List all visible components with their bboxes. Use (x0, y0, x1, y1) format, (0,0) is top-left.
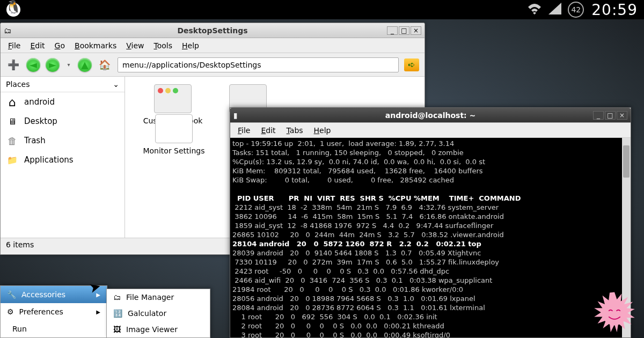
menu-tools[interactable]: Tools (153, 41, 172, 50)
scrollbar-thumb[interactable] (623, 145, 630, 178)
fm-menubar: File Edit Go Bookmarks View Tools Help (1, 38, 425, 53)
top-rows: 2212 aid_syst 18 -2 338m 54m 21m S 7.9 6… (232, 203, 504, 337)
home-button[interactable]: 🏠 (97, 57, 112, 72)
trash-icon (6, 134, 19, 147)
sidebar-item-desktop[interactable]: Desktop (1, 112, 125, 131)
menu-help[interactable]: Help (182, 41, 199, 50)
menu-item-label: Preferences (19, 307, 63, 316)
clock: 20:59 (591, 1, 638, 19)
forward-button[interactable]: ► (46, 58, 60, 72)
minimize-button[interactable]: _ (593, 111, 604, 120)
sidebar-item-label: Desktop (24, 116, 57, 126)
sidebar-item-trash[interactable]: Trash (1, 131, 125, 150)
menu-edit[interactable]: Edit (261, 126, 275, 135)
menu-preferences[interactable]: ⚙Preferences ▶ (1, 303, 107, 320)
wifi-icon (527, 2, 542, 18)
menu-item-label: Run (12, 325, 27, 333)
folder-icon: 🗂 (113, 293, 121, 302)
gear-icon: ⚙ (7, 307, 14, 316)
term-titlebar[interactable]: ▮ android@localhost: ~ _ □ × (230, 108, 631, 123)
menu-go[interactable]: Go (55, 41, 65, 50)
close-button[interactable]: × (617, 111, 627, 120)
menu-file[interactable]: File (238, 126, 250, 135)
item-monitor-settings[interactable]: Monitor Settings (139, 114, 209, 155)
places-header[interactable]: Places ⌄ (1, 77, 125, 92)
menu-run[interactable]: Run (1, 320, 107, 337)
maximize-button[interactable]: □ (399, 26, 409, 35)
places-label: Places (6, 80, 30, 89)
new-tab-button[interactable]: ➕ (6, 57, 21, 72)
menu-view[interactable]: View (126, 41, 144, 50)
top-header: top - 19:59:16 up 2:01, 1 user, load ave… (232, 139, 485, 184)
apps-icon (6, 153, 19, 166)
menu-help[interactable]: Help (314, 126, 331, 135)
scissors-icon: 🔧 (7, 290, 16, 299)
fm-title: DesktopSettings (177, 26, 247, 35)
submenu-image-viewer[interactable]: 🖼Image Viewer (107, 321, 210, 337)
submenu-galculator[interactable]: 🔢Galculator (107, 305, 210, 321)
home-icon (6, 95, 19, 108)
fm-toolbar: ➕ ◄ ► ▾ ▲ 🏠 ➪ (1, 53, 425, 77)
menu-item-label: Image Viewer (126, 325, 178, 334)
fm-title-icon: 🗂 (4, 26, 11, 35)
sidebar-item-android[interactable]: android (1, 92, 125, 112)
sidebar-item-applications[interactable]: Applications (1, 150, 125, 170)
history-dropdown[interactable]: ▾ (65, 57, 72, 72)
submenu-file-manager[interactable]: 🗂File Manager (107, 289, 210, 305)
menu-edit[interactable]: Edit (30, 41, 45, 50)
sidebar-item-label: android (24, 97, 55, 107)
menu-tabs[interactable]: Tabs (287, 126, 303, 135)
sun-mascot (590, 290, 639, 338)
chevron-right-icon: ▶ (96, 309, 100, 315)
maximize-button[interactable]: □ (605, 111, 616, 120)
term-title: android@localhost: ~ (385, 111, 476, 120)
top-columns: PID USER PR NI VIRT RES SHR S %CPU %MEM … (232, 194, 521, 202)
chevron-down-icon[interactable]: ⌄ (113, 80, 119, 89)
terminal-icon: ▮ (233, 111, 238, 120)
menu-accessories[interactable]: 🔧Accessories ▶ (1, 286, 107, 303)
window-icon (154, 84, 192, 113)
svg-point-1 (602, 300, 627, 326)
places-sidebar: Places ⌄ android Desktop Trash Applicati… (1, 77, 125, 238)
terminal-window[interactable]: ▮ android@localhost: ~ _ □ × File Edit T… (230, 107, 631, 338)
up-button[interactable]: ▲ (78, 58, 92, 72)
signal-icon (548, 2, 561, 18)
back-button[interactable]: ◄ (26, 58, 40, 72)
close-button[interactable]: × (411, 26, 421, 35)
menu-bookmarks[interactable]: Bookmarks (75, 41, 116, 50)
address-input[interactable] (118, 57, 399, 72)
sidebar-item-label: Trash (24, 136, 46, 145)
fm-titlebar[interactable]: 🗂 DesktopSettings _ □ × (1, 23, 425, 38)
menu-item-label: Galculator (128, 309, 166, 318)
term-menubar: File Edit Tabs Help (230, 123, 631, 138)
minimize-button[interactable]: _ (387, 26, 398, 35)
status-bar: 42 20:59 (0, 0, 644, 19)
start-menu[interactable]: 🔧Accessories ▶ ⚙Preferences ▶ Run (0, 285, 107, 338)
terminal-output[interactable]: top - 19:59:16 up 2:01, 1 user, load ave… (230, 138, 631, 337)
document-icon (155, 114, 193, 143)
menu-item-label: Accessories (21, 290, 65, 299)
sidebar-item-label: Applications (24, 155, 74, 165)
go-button[interactable]: ➪ (404, 58, 419, 71)
accessories-submenu[interactable]: 🗂File Manager 🔢Galculator 🖼Image Viewer (106, 289, 210, 338)
item-label: Monitor Settings (139, 146, 209, 155)
chevron-right-icon: ▶ (96, 292, 100, 298)
battery-badge: 42 (568, 2, 584, 18)
linux-icon[interactable] (6, 3, 20, 17)
desktop-icon (6, 115, 19, 128)
menu-file[interactable]: File (8, 41, 20, 50)
calculator-icon: 🔢 (113, 309, 122, 318)
menu-item-label: File Manager (126, 293, 174, 302)
image-icon: 🖼 (113, 325, 121, 334)
